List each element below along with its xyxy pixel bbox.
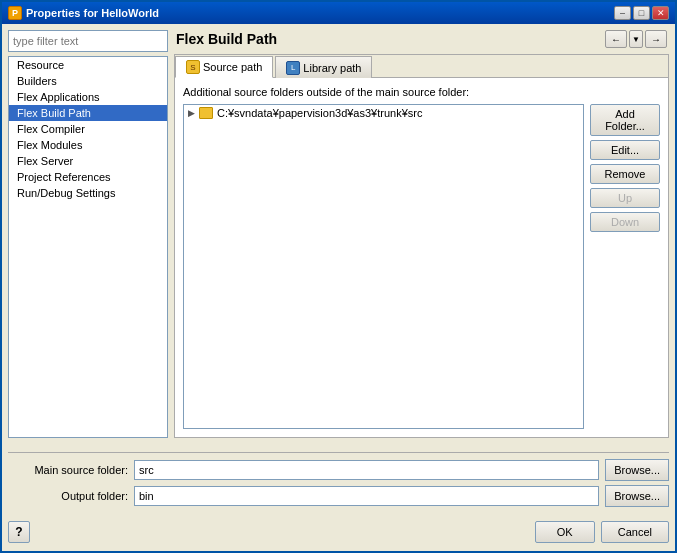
filter-input[interactable] bbox=[8, 30, 168, 52]
title-buttons: – □ ✕ bbox=[614, 6, 669, 20]
output-folder-row: Output folder: Browse... bbox=[8, 485, 669, 507]
window-body: Resource Builders Flex Applications Flex… bbox=[2, 24, 675, 551]
action-buttons: Add Folder... Edit... Remove Up Down bbox=[590, 104, 660, 429]
ok-button[interactable]: OK bbox=[535, 521, 595, 543]
library-tab-icon: L bbox=[286, 61, 300, 75]
footer: ? OK Cancel bbox=[8, 515, 669, 545]
window-icon: P bbox=[8, 6, 22, 20]
edit-button[interactable]: Edit... bbox=[590, 140, 660, 160]
nav-item-project-references[interactable]: Project References bbox=[9, 169, 167, 185]
nav-item-flex-compiler[interactable]: Flex Compiler bbox=[9, 121, 167, 137]
nav-item-flex-server[interactable]: Flex Server bbox=[9, 153, 167, 169]
footer-right: OK Cancel bbox=[535, 521, 669, 543]
main-source-row: Main source folder: Browse... bbox=[8, 459, 669, 481]
help-button[interactable]: ? bbox=[8, 521, 30, 543]
output-folder-browse-button[interactable]: Browse... bbox=[605, 485, 669, 507]
bottom-fields: Main source folder: Browse... Output fol… bbox=[8, 444, 669, 509]
output-folder-input[interactable] bbox=[134, 486, 599, 506]
panel-nav: ← ▼ → bbox=[605, 30, 667, 48]
tabs: S Source path L Library path bbox=[175, 55, 668, 78]
panel-title: Flex Build Path ← ▼ → bbox=[174, 30, 669, 48]
down-button[interactable]: Down bbox=[590, 212, 660, 232]
nav-tree: Resource Builders Flex Applications Flex… bbox=[8, 56, 168, 438]
folder-item[interactable]: ▶ C:¥svndata¥papervision3d¥as3¥trunk¥src bbox=[184, 105, 583, 121]
tab-description: Additional source folders outside of the… bbox=[183, 86, 660, 98]
back-arrow[interactable]: ← bbox=[605, 30, 627, 48]
tab-source-path[interactable]: S Source path bbox=[175, 56, 273, 78]
nav-dropdown[interactable]: ▼ bbox=[629, 30, 643, 48]
main-source-label: Main source folder: bbox=[8, 464, 128, 476]
folder-list-area: ▶ C:¥svndata¥papervision3d¥as3¥trunk¥src… bbox=[183, 104, 660, 429]
output-folder-label: Output folder: bbox=[8, 490, 128, 502]
forward-arrow[interactable]: → bbox=[645, 30, 667, 48]
add-folder-button[interactable]: Add Folder... bbox=[590, 104, 660, 136]
remove-button[interactable]: Remove bbox=[590, 164, 660, 184]
main-source-browse-button[interactable]: Browse... bbox=[605, 459, 669, 481]
main-source-input[interactable] bbox=[134, 460, 599, 480]
folder-list: ▶ C:¥svndata¥papervision3d¥as3¥trunk¥src bbox=[183, 104, 584, 429]
folder-expand-arrow: ▶ bbox=[188, 108, 195, 118]
close-button[interactable]: ✕ bbox=[652, 6, 669, 20]
folder-icon bbox=[199, 107, 213, 119]
main-content: Resource Builders Flex Applications Flex… bbox=[8, 30, 669, 438]
up-button[interactable]: Up bbox=[590, 188, 660, 208]
cancel-button[interactable]: Cancel bbox=[601, 521, 669, 543]
nav-item-run-debug-settings[interactable]: Run/Debug Settings bbox=[9, 185, 167, 201]
nav-item-flex-applications[interactable]: Flex Applications bbox=[9, 89, 167, 105]
maximize-button[interactable]: □ bbox=[633, 6, 650, 20]
folder-path: C:¥svndata¥papervision3d¥as3¥trunk¥src bbox=[217, 107, 422, 119]
nav-item-builders[interactable]: Builders bbox=[9, 73, 167, 89]
nav-item-flex-build-path[interactable]: Flex Build Path bbox=[9, 105, 167, 121]
minimize-button[interactable]: – bbox=[614, 6, 631, 20]
nav-item-flex-modules[interactable]: Flex Modules bbox=[9, 137, 167, 153]
window-title: Properties for HelloWorld bbox=[26, 7, 159, 19]
tab-area: S Source path L Library path Additional … bbox=[174, 54, 669, 438]
left-panel: Resource Builders Flex Applications Flex… bbox=[8, 30, 168, 438]
source-tab-icon: S bbox=[186, 60, 200, 74]
title-bar: P Properties for HelloWorld – □ ✕ bbox=[2, 2, 675, 24]
properties-window: P Properties for HelloWorld – □ ✕ Resour… bbox=[0, 0, 677, 553]
separator bbox=[8, 452, 669, 453]
right-panel: Flex Build Path ← ▼ → S Source path bbox=[174, 30, 669, 438]
tab-content: Additional source folders outside of the… bbox=[175, 78, 668, 437]
nav-item-resource[interactable]: Resource bbox=[9, 57, 167, 73]
tab-library-path[interactable]: L Library path bbox=[275, 56, 372, 78]
